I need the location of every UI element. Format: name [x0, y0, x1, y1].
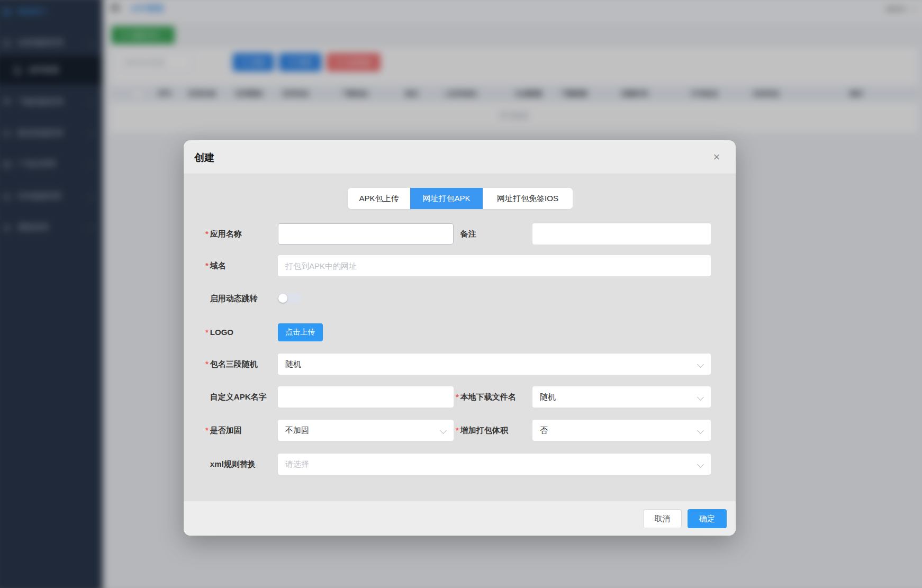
form-row: *应用名称 *备注: [184, 223, 736, 245]
remark-input[interactable]: [532, 223, 711, 245]
create-dialog: 创建 × APK包上传 网址打包APK 网址打包免签IOS *应用名称 *备注: [184, 140, 736, 536]
tab-group: APK包上传 网址打包APK 网址打包免签IOS: [348, 188, 573, 209]
close-icon[interactable]: ×: [709, 150, 724, 165]
form-row: *域名: [184, 255, 736, 276]
confirm-button[interactable]: 确定: [688, 509, 727, 528]
form-row: *启用动态跳转: [184, 288, 736, 309]
custom-apk-name-field: [278, 386, 454, 408]
chevron-down-icon: [697, 361, 704, 368]
tab-url-pack-apk[interactable]: 网址打包APK: [410, 188, 483, 209]
form-row: *LOGO 点击上传: [184, 322, 736, 343]
package-name-random-select[interactable]: 随机: [278, 354, 711, 375]
field-label: *是否加固: [205, 420, 242, 441]
app-name-input[interactable]: [278, 224, 453, 244]
app-screen: 数据统计 业务线路管理 APP管理 下载页面管理 静态资源管理: [0, 0, 922, 588]
cancel-button[interactable]: 取消: [643, 509, 682, 528]
increase-size-select[interactable]: 否: [532, 420, 711, 441]
form-row: *xml规则替换 请选择: [184, 454, 736, 475]
chevron-down-icon: [440, 427, 447, 434]
dialog-header: 创建 ×: [184, 140, 736, 174]
dynamic-redirect-toggle[interactable]: [278, 293, 302, 303]
dialog-title: 创建: [194, 151, 214, 165]
form-row: *是否加固 不加固 *增加打包体积 否: [184, 420, 736, 441]
form-row: *包名三段随机 随机: [184, 354, 736, 375]
select-value: 不加固: [285, 420, 309, 441]
tab-apk-upload[interactable]: APK包上传: [348, 188, 410, 209]
local-file-name-select[interactable]: 随机: [532, 386, 711, 408]
domain-input[interactable]: [278, 255, 711, 276]
field-label: *启用动态跳转: [205, 288, 258, 309]
remark-field: [532, 223, 711, 245]
domain-field: [278, 255, 711, 276]
toggle-knob: [278, 294, 287, 303]
xml-rule-select[interactable]: 请选择: [278, 454, 711, 475]
field-label: *增加打包体积: [456, 420, 508, 441]
field-label: *xml规则替换: [205, 454, 256, 475]
select-placeholder: 请选择: [285, 454, 309, 475]
form-row: *自定义APK名字 *本地下载文件名 随机: [184, 386, 736, 408]
field-label: *包名三段随机: [205, 354, 258, 375]
chevron-down-icon: [697, 427, 704, 434]
field-label: *应用名称: [205, 223, 242, 245]
field-label: *本地下载文件名: [456, 386, 516, 408]
logo-upload-button[interactable]: 点击上传: [278, 323, 323, 341]
field-label: *LOGO: [205, 322, 233, 343]
chevron-down-icon: [697, 394, 704, 401]
tab-url-pack-ios[interactable]: 网址打包免签IOS: [483, 188, 573, 209]
dialog-footer: 取消 确定: [184, 501, 736, 536]
custom-apk-name-input[interactable]: [278, 386, 454, 408]
field-label: *备注: [456, 223, 476, 245]
select-value: 否: [540, 420, 548, 441]
select-value: 随机: [540, 386, 556, 408]
dialog-body: APK包上传 网址打包APK 网址打包免签IOS *应用名称 *备注 *域名: [184, 174, 736, 501]
field-label: *域名: [205, 255, 226, 276]
reinforce-select[interactable]: 不加固: [278, 420, 454, 441]
app-name-field: [278, 223, 454, 245]
select-value: 随机: [285, 354, 301, 375]
chevron-down-icon: [697, 461, 704, 468]
field-label: *自定义APK名字: [205, 386, 267, 408]
